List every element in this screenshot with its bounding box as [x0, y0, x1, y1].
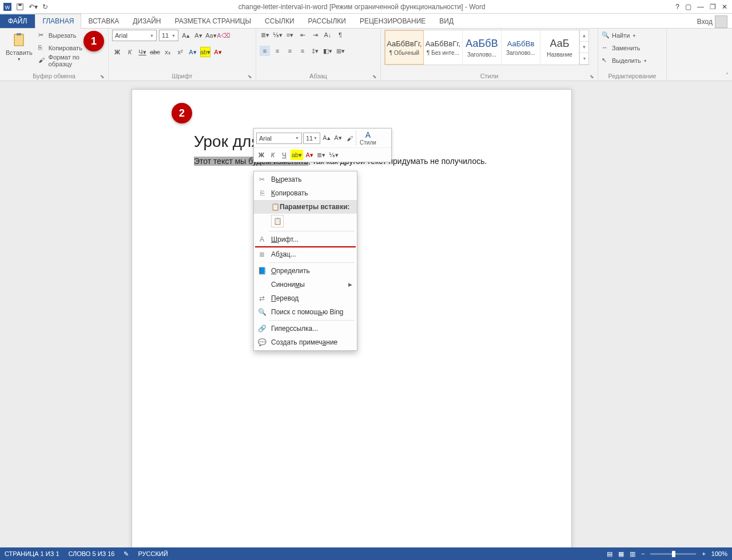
cm-bing[interactable]: 🔍Поиск с помощью Bing	[254, 305, 357, 319]
align-left-button[interactable]: ≡	[260, 46, 270, 56]
cm-copy[interactable]: ⎘Копировать	[254, 186, 357, 200]
tab-insert[interactable]: ВСТАВКА	[81, 14, 126, 28]
help-icon[interactable]: ?	[675, 3, 679, 11]
mini-font-combo[interactable]: Arial▼	[256, 133, 302, 144]
grow-font-button[interactable]: A▴	[181, 30, 191, 41]
redo-icon[interactable]: ↻	[42, 3, 48, 11]
document-heading[interactable]: Урок для	[194, 133, 260, 151]
numbering-button[interactable]: ⅓▾	[272, 30, 283, 40]
zoom-thumb[interactable]	[672, 551, 675, 557]
dialog-launcher-icon[interactable]: ⬊	[590, 74, 594, 79]
mini-bold[interactable]: Ж	[256, 150, 266, 160]
change-case-button[interactable]: Aa▾	[206, 30, 216, 41]
document-area[interactable]: 2 Урок для Этот текст мы будем изменять,…	[0, 81, 732, 547]
mini-styles-button[interactable]: A Стили	[356, 130, 376, 146]
cm-hyperlink[interactable]: 🔗Гиперссылка...	[254, 322, 357, 335]
font-color-button[interactable]: A▾	[213, 47, 223, 57]
mini-shrink-font[interactable]: A▾	[333, 133, 343, 143]
cm-comment[interactable]: 💬Создать примечание	[254, 335, 357, 349]
paste-button[interactable]: Вставить ▼	[3, 30, 35, 63]
font-size-combo[interactable]: 11▼	[159, 30, 178, 41]
status-page[interactable]: СТРАНИЦА 1 ИЗ 1	[5, 550, 59, 557]
style-gallery-more[interactable]: ▾	[580, 53, 588, 65]
zoom-level[interactable]: 100%	[711, 550, 727, 557]
text-effects-button[interactable]: A▾	[188, 47, 198, 57]
tab-mailings[interactable]: РАССЫЛКИ	[301, 14, 353, 28]
cm-paragraph[interactable]: ≣Абзац...	[254, 247, 357, 261]
find-button[interactable]: 🔍Найти ▼	[602, 30, 647, 41]
ribbon-display-icon[interactable]: ▢	[685, 3, 691, 11]
mini-grow-font[interactable]: A▴	[321, 133, 332, 143]
tab-file[interactable]: ФАЙЛ	[0, 14, 35, 28]
subscript-button[interactable]: x₂	[162, 47, 173, 57]
decrease-indent-button[interactable]: ⇤	[297, 30, 308, 40]
replace-button[interactable]: ↔Заменить	[602, 42, 647, 54]
cm-define[interactable]: 📘Определить	[254, 264, 357, 278]
mini-numbering[interactable]: ⅓▾	[328, 150, 340, 160]
superscript-button[interactable]: x²	[175, 47, 185, 57]
cm-font[interactable]: AШрифт...	[254, 233, 357, 246]
mini-italic[interactable]: К	[268, 150, 278, 160]
restore-icon[interactable]: ❐	[710, 3, 716, 11]
style-gallery-arrow[interactable]: ▲	[580, 30, 588, 42]
mini-format-painter[interactable]: 🖌	[344, 133, 355, 143]
cm-cut[interactable]: ✂Вырезать	[254, 173, 357, 186]
increase-indent-button[interactable]: ⇥	[310, 30, 320, 40]
tab-view[interactable]: ВИД	[432, 14, 460, 28]
style-item[interactable]: АаБНазвание	[540, 30, 579, 65]
format-painter-button[interactable]: 🖌Формат по образцу	[38, 55, 105, 66]
tab-layout[interactable]: РАЗМЕТКА СТРАНИЦЫ	[168, 14, 258, 28]
zoom-out-button[interactable]: −	[641, 550, 645, 557]
style-item[interactable]: АаБбВЗаголово...	[463, 30, 502, 65]
mini-size-combo[interactable]: 11▼	[303, 133, 320, 144]
cm-translate[interactable]: ⇄Перевод	[254, 291, 357, 305]
shrink-font-button[interactable]: A▾	[193, 30, 204, 41]
undo-icon[interactable]: ↶▾	[29, 3, 38, 11]
status-language[interactable]: РУССКИЙ	[138, 550, 168, 557]
paste-keep-source-button[interactable]: 📋	[271, 215, 284, 227]
status-words[interactable]: СЛОВО 5 ИЗ 16	[69, 550, 115, 557]
mini-font-color[interactable]: A▾	[304, 150, 315, 160]
show-marks-button[interactable]: ¶	[335, 30, 345, 40]
collapse-ribbon-icon[interactable]: ˄	[726, 72, 729, 78]
login-link[interactable]: Вход	[697, 15, 732, 28]
zoom-slider[interactable]	[650, 553, 696, 555]
mini-bullets[interactable]: ≣▾	[316, 150, 327, 160]
line-spacing-button[interactable]: ‡▾	[310, 46, 320, 56]
dialog-launcher-icon[interactable]: ⬊	[372, 74, 377, 79]
tab-references[interactable]: ССЫЛКИ	[258, 14, 301, 28]
underline-button[interactable]: Ч▾	[137, 47, 148, 57]
tab-design[interactable]: ДИЗАЙН	[126, 14, 168, 28]
close-icon[interactable]: ✕	[722, 3, 727, 11]
justify-button[interactable]: ≡	[297, 46, 308, 56]
shading-button[interactable]: ◧▾	[323, 46, 333, 56]
clear-formatting-button[interactable]: A⌫	[218, 30, 229, 41]
bold-button[interactable]: Ж	[112, 47, 122, 57]
sort-button[interactable]: A↓	[323, 30, 333, 40]
save-icon[interactable]	[16, 3, 24, 11]
style-item[interactable]: АаБбВвЗаголово...	[502, 30, 540, 65]
dialog-launcher-icon[interactable]: ⬊	[248, 74, 252, 79]
font-name-combo[interactable]: Arial▼	[112, 30, 157, 41]
print-layout-icon[interactable]: ▦	[618, 550, 624, 558]
dialog-launcher-icon[interactable]: ⬊	[100, 74, 105, 79]
minimize-icon[interactable]: —	[697, 3, 704, 11]
style-gallery-arrow[interactable]: ▼	[580, 42, 588, 53]
zoom-in-button[interactable]: +	[702, 550, 705, 557]
borders-button[interactable]: ⊞▾	[335, 46, 345, 56]
style-item[interactable]: АаБбВвГг,¶ Обычный	[385, 30, 424, 65]
web-layout-icon[interactable]: ▥	[630, 550, 635, 558]
mini-highlight[interactable]: ab▾	[291, 150, 303, 160]
tab-review[interactable]: РЕЦЕНЗИРОВАНИЕ	[353, 14, 432, 28]
tab-home[interactable]: ГЛАВНАЯ	[35, 14, 81, 29]
read-mode-icon[interactable]: ▤	[607, 550, 612, 558]
bullets-button[interactable]: ≣▾	[260, 30, 270, 40]
highlight-button[interactable]: ab▾	[200, 47, 210, 57]
status-proofing-icon[interactable]: ✎	[124, 550, 129, 558]
multilevel-button[interactable]: ≡▾	[285, 30, 295, 40]
strikethrough-button[interactable]: abc	[150, 47, 160, 57]
cm-synonyms[interactable]: Синонимы▶	[254, 278, 357, 291]
select-button[interactable]: ↖Выделить ▼	[602, 55, 647, 66]
align-right-button[interactable]: ≡	[285, 46, 295, 56]
mini-underline[interactable]: Ч	[279, 150, 289, 160]
